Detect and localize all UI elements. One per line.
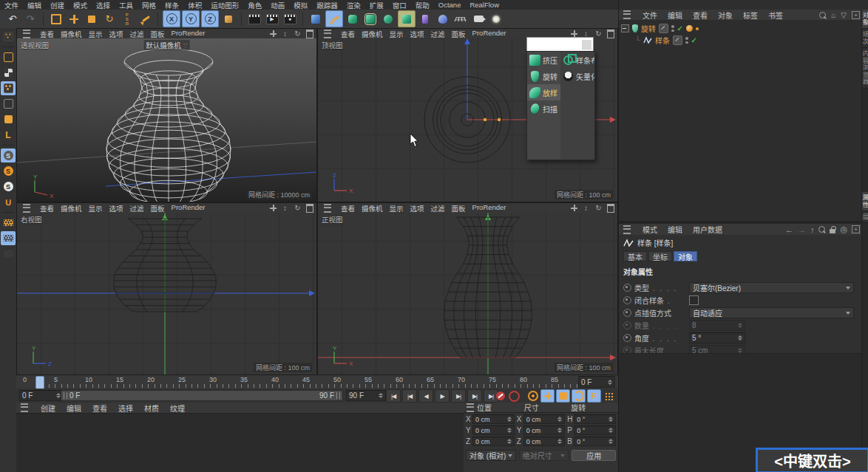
viewport-menu-item[interactable]: 显示 — [89, 203, 103, 213]
up-icon[interactable]: ↑ — [810, 225, 815, 234]
key-position-toggle[interactable] — [540, 389, 555, 403]
right-canvas[interactable]: YZ 右视图 网格间距 : 100 cm — [17, 213, 316, 374]
spline-pen-button[interactable] — [325, 10, 343, 27]
last-used-tool[interactable] — [137, 11, 153, 27]
rotation-b-field[interactable]: 0 ° — [574, 437, 616, 446]
burger-icon[interactable] — [623, 225, 631, 234]
tab-basic[interactable]: 基本 — [623, 251, 647, 261]
viewport-menu-item[interactable]: 面板 — [452, 203, 466, 213]
keyable-dot-icon[interactable] — [623, 334, 631, 342]
workplane-button[interactable] — [1, 216, 16, 230]
menu-item[interactable]: 文件 — [4, 0, 18, 10]
material-menu-item[interactable]: 选择 — [117, 403, 135, 414]
render-settings-button[interactable]: ● — [282, 11, 298, 27]
workplane-mode-button[interactable] — [1, 247, 16, 261]
pan-icon[interactable] — [270, 30, 277, 37]
symmetry-button[interactable] — [417, 11, 433, 27]
live-selection-tool[interactable] — [48, 11, 64, 27]
viewport-menu-item[interactable]: 面板 — [151, 203, 165, 213]
menu-item[interactable]: 创建 — [50, 0, 64, 10]
viewport-right[interactable]: 查看摄像机显示选项过滤面板ProRender ↕ ↻ YZ 右视图 网格间距 :… — [16, 202, 317, 375]
phong-tag-icon[interactable] — [686, 25, 693, 32]
primitive-cube-button[interactable] — [308, 11, 324, 27]
next-key-button[interactable]: ▶| — [467, 389, 482, 403]
rotate-tool[interactable]: ↻ — [101, 11, 118, 27]
key-rotation-toggle[interactable] — [572, 389, 586, 403]
orbit-icon[interactable]: ↻ — [594, 204, 603, 212]
prev-key-button[interactable]: |◀ — [402, 389, 417, 403]
play-button[interactable]: ▶ — [435, 389, 450, 403]
dock-tab-objects[interactable]: 对象 — [862, 10, 868, 29]
object-label[interactable]: 旋转 — [641, 23, 656, 34]
tab-object[interactable]: 对象 — [674, 251, 697, 261]
keyable-dot-icon[interactable] — [623, 284, 631, 292]
tag-dot-icon[interactable] — [696, 27, 699, 30]
menu-item[interactable]: 样条 — [165, 0, 179, 10]
object-row-spline[interactable]: └ 样条 ✓ — [635, 35, 697, 46]
menu-item[interactable]: 动画 — [271, 0, 285, 10]
snap-settings-button[interactable]: S — [1, 164, 16, 178]
frame-field[interactable]: 0 F — [578, 376, 615, 388]
material-menu-item[interactable]: 纹理 — [169, 403, 186, 414]
light-button[interactable] — [488, 11, 504, 27]
menu-item[interactable]: 编辑 — [27, 0, 41, 10]
camera-button[interactable] — [470, 11, 486, 27]
burger-icon[interactable] — [23, 204, 30, 213]
tab-coordinates[interactable]: 坐标 — [648, 251, 672, 261]
key-parameter-toggle[interactable]: P — [587, 389, 601, 403]
maximize-icon[interactable] — [607, 30, 614, 38]
viewport-menu-item[interactable]: 选项 — [109, 29, 123, 39]
autokey-button[interactable] — [508, 390, 521, 402]
home-icon[interactable]: ⌂ — [831, 11, 835, 19]
menu-item-sweep[interactable]: 扫描 — [527, 100, 560, 117]
dock-tab-attributes[interactable]: 属性 — [862, 192, 868, 211]
visibility-dots-icon[interactable] — [671, 25, 674, 32]
burger-icon[interactable] — [23, 30, 30, 38]
keyframe-selection-button[interactable] — [526, 390, 539, 402]
lock-workplane-button[interactable] — [1, 231, 16, 245]
viewport-menu-item[interactable]: 查看 — [40, 29, 54, 39]
burger-icon[interactable] — [21, 403, 28, 412]
floor-button[interactable] — [452, 11, 469, 27]
texture-mode-button[interactable] — [1, 66, 16, 80]
viewport-menu-item[interactable]: 查看 — [341, 203, 355, 213]
dock-tab-takes[interactable]: 场次 — [862, 29, 868, 48]
viewport-menu-item[interactable]: 摄像机 — [61, 203, 82, 213]
menu-item[interactable]: 渲染 — [347, 0, 361, 10]
viewport-menu-item[interactable]: ProRender — [172, 29, 206, 39]
menu-item-spline-mask[interactable]: 样条布尔 — [560, 52, 594, 68]
viewport-menu-item[interactable]: 过滤 — [431, 203, 445, 213]
viewport-menu-item[interactable]: 过滤 — [130, 29, 144, 39]
coordinate-system-toggle[interactable] — [220, 11, 237, 27]
timeline-ruler[interactable]: 051015202530354045505560657075808590 0 F — [16, 375, 618, 389]
enabled-check-icon[interactable]: ✓ — [691, 36, 697, 44]
om-menu-item[interactable]: 文件 — [641, 10, 659, 21]
menu-item[interactable]: 角色 — [248, 0, 262, 10]
menu-item-lathe[interactable]: 旋转 — [527, 68, 560, 84]
viewport-menu-item[interactable]: 选项 — [109, 203, 123, 213]
dock-tab-content-browser[interactable]: 内容浏览器 — [862, 48, 868, 89]
menu-item[interactable]: 跟踪器 — [316, 0, 338, 10]
back-icon[interactable]: ← — [785, 225, 793, 234]
menu-item-loft[interactable]: 放样 — [527, 84, 560, 100]
clear-icon[interactable] — [582, 40, 591, 49]
om-menu-item[interactable]: 书签 — [767, 10, 784, 21]
popup-search-box[interactable] — [526, 37, 594, 52]
spinner[interactable] — [54, 393, 61, 398]
search-icon[interactable] — [819, 12, 826, 18]
maximize-icon[interactable] — [607, 204, 614, 213]
burger-icon[interactable] — [324, 30, 331, 38]
close-spline-checkbox[interactable] — [689, 295, 699, 305]
dolly-icon[interactable]: ↕ — [281, 30, 289, 38]
object-manager-tree[interactable]: 旋转 ✓ └ 样条 ✓ — [619, 20, 861, 221]
object-label[interactable]: 样条 — [655, 35, 670, 46]
position-z-field[interactable]: 0 cm — [472, 437, 515, 446]
menu-item[interactable]: 运动图形 — [211, 0, 239, 10]
keyable-dot-icon[interactable] — [623, 309, 631, 317]
om-menu-item[interactable]: 查看 — [691, 10, 709, 21]
pan-icon[interactable] — [571, 205, 577, 211]
object-row-lathe[interactable]: 旋转 ✓ — [621, 23, 699, 34]
focus-icon[interactable]: ◎ — [840, 225, 847, 234]
menu-item[interactable]: 帮助 — [416, 0, 430, 10]
menu-item[interactable]: Octane — [438, 1, 461, 9]
